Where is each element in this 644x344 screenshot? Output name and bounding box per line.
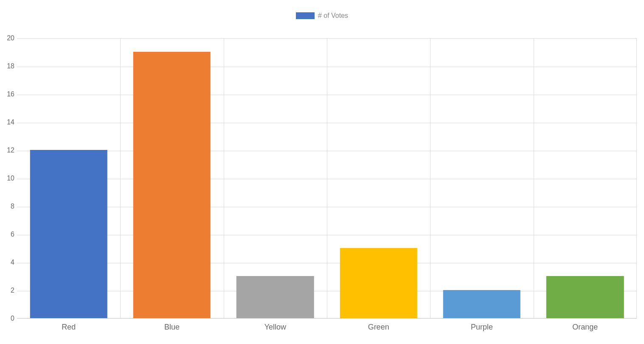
bar-slot [430, 39, 533, 318]
legend-label: # of Votes [318, 12, 348, 20]
y-tick-label: 8 [0, 203, 14, 210]
bar[interactable] [546, 276, 624, 318]
y-tick-label: 0 [0, 315, 14, 322]
x-tick-label: Yellow [224, 323, 327, 336]
y-tick-label: 14 [0, 118, 14, 126]
bar-slot [17, 39, 120, 318]
bar-slot [224, 39, 327, 318]
y-tick-label: 12 [0, 147, 14, 154]
chart-legend[interactable]: # of Votes [0, 12, 644, 20]
bar-slot [534, 39, 637, 318]
bar[interactable] [133, 52, 211, 318]
x-tick-label: Green [327, 323, 430, 336]
bar-chart: # of Votes 02468101214161820 RedBlueYell… [0, 0, 644, 344]
x-tick-label: Blue [120, 323, 223, 336]
y-tick-label: 4 [0, 259, 14, 266]
y-tick-label: 18 [0, 62, 14, 70]
bar[interactable] [340, 248, 417, 318]
y-tick-label: 10 [0, 175, 14, 182]
bar-slot [327, 39, 430, 318]
x-tick-label: Red [17, 323, 120, 336]
legend-swatch [296, 12, 315, 19]
x-tick-label: Orange [534, 323, 637, 336]
y-tick-label: 20 [0, 34, 14, 42]
y-tick-label: 2 [0, 287, 14, 294]
bar[interactable] [236, 276, 314, 318]
x-tick-label: Purple [430, 323, 533, 336]
bar[interactable] [443, 290, 520, 318]
y-tick-label: 6 [0, 231, 14, 238]
bar[interactable] [30, 150, 107, 318]
x-axis-labels: RedBlueYellowGreenPurpleOrange [17, 323, 637, 336]
bar-slot [120, 39, 223, 318]
y-tick-label: 16 [0, 90, 14, 98]
plot-area [17, 38, 637, 319]
